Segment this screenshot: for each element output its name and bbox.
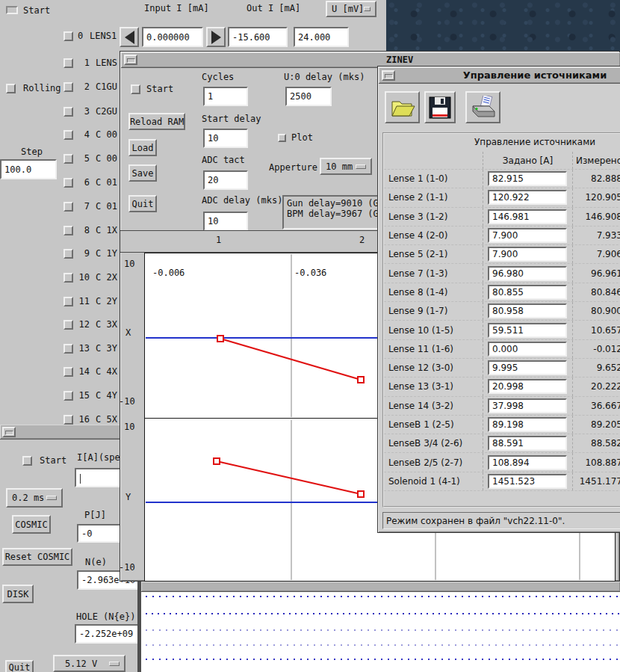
hole-field[interactable]: -2.252e+09	[75, 624, 142, 644]
set-current-field[interactable]: 80.958	[488, 303, 567, 318]
window-menu-button[interactable]	[2, 427, 16, 437]
save-file-button[interactable]	[424, 91, 456, 123]
cosmic-start-checkbox[interactable]	[22, 456, 32, 466]
scope-trace	[146, 659, 620, 660]
decrement-arrow-button[interactable]	[120, 27, 139, 47]
increment-arrow-button[interactable]	[206, 27, 226, 47]
source-name: Lense 11 (1-6)	[384, 344, 483, 354]
set-current-field[interactable]: 9.995	[488, 360, 567, 375]
u-value-field[interactable]: 24.000	[294, 27, 349, 47]
channel-name: C 3X	[96, 319, 117, 330]
channel-checkbox[interactable]	[63, 130, 73, 140]
reset-cosmic-button[interactable]: Reset COSMIC	[2, 548, 72, 566]
source-name: LenseB 3/4 (2-6)	[384, 438, 483, 448]
current-label: I[A](spe	[77, 452, 120, 463]
table-row: Lense 4 (2-0)7.9007.933	[384, 226, 620, 245]
cosmic-button[interactable]: COSMIC	[12, 515, 51, 534]
set-current-field[interactable]: 7.900	[488, 247, 567, 262]
channel-checkbox[interactable]	[63, 202, 73, 212]
channel-number: 1	[76, 58, 90, 68]
sources-title: Управление источниками	[463, 70, 607, 81]
cosmic-quit-button[interactable]: Quit	[5, 660, 34, 672]
channel-checkbox[interactable]	[63, 391, 73, 401]
table-header-row: Задано [A] Измерено	[384, 152, 620, 170]
channel-checkbox[interactable]	[63, 31, 73, 41]
source-name: LenseB 1 (2-5)	[384, 419, 483, 430]
table-row: Lense 3 (1-2)146.981146.908	[384, 208, 620, 226]
channel-checkbox[interactable]	[63, 249, 73, 259]
channel-checkbox[interactable]	[63, 297, 73, 306]
measured-current: 146.908	[572, 208, 620, 226]
channel-checkbox[interactable]	[63, 154, 73, 164]
channel-checkbox[interactable]	[63, 320, 73, 330]
option-menu-dash-icon	[109, 662, 120, 666]
source-name: Lense 10 (1-5)	[384, 325, 483, 336]
set-current-field[interactable]: 7.900	[488, 228, 567, 243]
rolling-label: Rolling	[23, 83, 61, 93]
measured-current: 7.933	[572, 226, 620, 244]
source-name: Lense 9 (1-7)	[384, 306, 483, 316]
channel-checkbox[interactable]	[63, 367, 73, 377]
time-scale-option-menu[interactable]: 0.2 ms	[6, 488, 63, 508]
set-current-field[interactable]: 146.981	[488, 209, 567, 224]
scope-trace	[146, 629, 620, 631]
set-current-field[interactable]: 80.855	[488, 285, 567, 300]
source-name: Lense 4 (2-0)	[384, 230, 483, 241]
open-file-button[interactable]	[385, 91, 420, 123]
set-current-field[interactable]: 20.998	[488, 379, 567, 394]
set-current-field[interactable]: 96.980	[488, 266, 567, 281]
measured-current: 120.905	[572, 188, 620, 206]
set-current-field[interactable]: 37.998	[488, 398, 567, 413]
set-current-field[interactable]: 1451.523	[488, 474, 567, 489]
desktop-wallpaper	[386, 0, 620, 52]
channel-checkbox[interactable]	[63, 82, 73, 92]
u-units-option-menu[interactable]: U [mV]	[326, 1, 376, 17]
channel-checkbox[interactable]	[63, 273, 73, 283]
text-caret-icon	[80, 474, 81, 484]
table-row: Lense 7 (1-3)96.98096.961	[384, 264, 620, 283]
measured-current: 108.887	[572, 453, 620, 471]
set-current-field[interactable]: 0.000	[488, 342, 567, 357]
set-current-field[interactable]: 88.591	[488, 436, 567, 451]
input-current-field[interactable]: 0.000000	[142, 27, 203, 47]
arrow-left-icon	[125, 31, 134, 44]
channel-name: C 01	[96, 201, 117, 212]
disk-button[interactable]: DISK	[2, 585, 34, 603]
source-name: Lense 13 (3-1)	[384, 381, 483, 392]
table-row: Lense 14 (3-2)37.99836.667	[384, 397, 620, 416]
channel-number: 15	[76, 390, 90, 401]
channel-checkbox[interactable]	[63, 107, 73, 117]
hole-label: HOLE (N{e})	[76, 611, 135, 622]
u-value: 24.000	[298, 32, 330, 43]
set-current-field[interactable]: 82.915	[488, 171, 567, 186]
set-current-field[interactable]: 89.198	[488, 417, 567, 432]
step-field[interactable]: 100.0	[0, 159, 57, 179]
channel-number: 6	[76, 177, 90, 188]
channel-checkbox[interactable]	[63, 58, 73, 68]
channel-checkbox[interactable]	[63, 415, 73, 425]
reset-cosmic-label: Reset COSMIC	[5, 552, 70, 562]
start-checkbox[interactable]	[6, 6, 18, 14]
voltage-option-menu[interactable]: 5.12 V	[53, 655, 125, 672]
sources-titlebar[interactable]: Управление источниками	[379, 67, 620, 84]
channel-name: LENS	[96, 58, 117, 68]
channel-checkbox[interactable]	[63, 344, 73, 354]
channel-checkbox[interactable]	[63, 178, 73, 188]
window-menu-button[interactable]	[124, 55, 137, 65]
channel-number: 2	[76, 81, 90, 92]
source-name: Lense 5 (2-1)	[384, 249, 483, 259]
rolling-checkbox[interactable]	[6, 84, 16, 93]
set-current-field[interactable]: 108.894	[488, 455, 567, 470]
window-menu-button[interactable]	[382, 70, 395, 81]
print-button[interactable]	[465, 91, 500, 123]
out-current-field[interactable]: -15.600	[228, 27, 288, 47]
channel-number: 7	[76, 201, 90, 212]
channel-name: C 2X	[96, 272, 117, 283]
channel-checkbox[interactable]	[63, 226, 73, 235]
source-name: Lense 7 (1-3)	[384, 268, 483, 279]
scope-titlebar[interactable]	[141, 582, 620, 592]
out-current-value: -15.600	[232, 32, 270, 43]
set-current-field[interactable]: 120.922	[488, 190, 567, 205]
set-current-field[interactable]: 59.511	[488, 323, 567, 338]
channel-name: C 5X	[96, 414, 117, 425]
